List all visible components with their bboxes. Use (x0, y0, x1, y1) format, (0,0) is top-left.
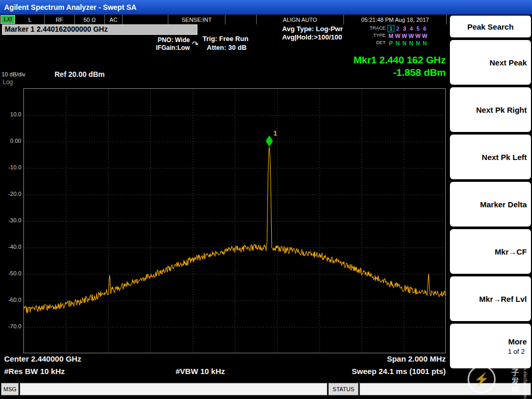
trace-dets: PNNNNN (388, 38, 428, 47)
softkey-label: Marker Delta (480, 200, 527, 209)
trace-flag: N (415, 40, 421, 46)
y-axis-label: -40.0 (0, 244, 21, 250)
trace-flag: N (421, 40, 428, 46)
softkey-mkr-ref-lvl[interactable]: Mkr→Ref Lvl (450, 276, 531, 321)
softkey-label: Mkr→Ref Lvl (479, 295, 527, 303)
y-axis-label: -70.0 (0, 323, 21, 329)
spectrum-svg: 1 (24, 89, 446, 354)
y-axis-label: -30.0 (0, 217, 21, 223)
trace-flag: N (394, 40, 401, 46)
status-cell-7: ALIGN AUTO (257, 15, 344, 24)
softkey-marker-delta[interactable]: Marker Delta (450, 182, 531, 227)
status-cell-6 (225, 15, 257, 24)
status-bar: LXI LRF50 ΩACSENSE:INTALIGN AUTO05:21:48… (0, 15, 447, 24)
y-axis-label: -10.0 (0, 164, 21, 170)
avg-type-label: Avg Type: Log-Pwr (282, 25, 343, 33)
status-cell-4 (123, 15, 168, 24)
scale-per-div-label: 10 dB/div (2, 71, 25, 77)
vbw-label: #VBW 10 kHz (176, 367, 225, 376)
status-cell-1: RF (45, 15, 75, 24)
msg-field (20, 383, 327, 395)
trace-table: TRACE 123456 TYPE MWWWWW DET PNNNNN (367, 24, 447, 46)
softkey-list: Next PeakNext Pk RightNext Pk LeftMarker… (450, 40, 531, 371)
lxi-badge: LXI (1, 15, 15, 24)
softkey-label: Next Pk Left (482, 153, 527, 162)
trigger-settings: Trig: Free Run Atten: 30 dB (203, 34, 248, 52)
softkey-label: More (508, 337, 527, 346)
softkey-next-peak[interactable]: Next Peak (450, 40, 531, 85)
softkey-label: Mkr→CF (495, 247, 527, 256)
y-axis-label: 10.0 (0, 111, 21, 117)
softkey-menu-header: Peak Search (450, 16, 531, 37)
trace-flag: P (388, 40, 394, 46)
marker-ampl-readout: -1.858 dBm (208, 66, 446, 79)
trace-row-label: TRACE (367, 25, 388, 31)
softkey-label: Next Peak (489, 58, 527, 67)
marker-title-box: Marker 1 2.440162000000 GHz (2, 24, 197, 35)
res-bw-label: #Res BW 10 kHz (4, 367, 65, 376)
status-cell-3: AC (105, 15, 123, 24)
y-axis-label: -50.0 (0, 270, 21, 276)
span-label: Span 2.000 MHz (387, 354, 446, 363)
softkey-sub-label: 1 of 2 (508, 348, 527, 355)
status-field (360, 383, 531, 395)
ifgain-label: IFGain:Low (156, 44, 190, 52)
window-title: Agilent Spectrum Analyzer - Swept SA (4, 3, 137, 11)
msg-label: MSG (1, 383, 19, 395)
y-axis-label: -60.0 (0, 297, 21, 303)
auto-coupled-loop-icon: ↷ (192, 39, 198, 49)
marker-readout: Mkr1 2.440 162 GHz -1.858 dBm (208, 54, 446, 79)
ref-level-label: Ref 20.00 dBm (55, 70, 104, 78)
trace-flag: N (408, 40, 415, 46)
status-cell-0: L (16, 15, 45, 24)
center-freq-label: Center 2.440000 GHz (4, 354, 81, 363)
status-cell-2: 50 Ω (75, 15, 105, 24)
trig-label: Trig: Free Run (203, 34, 248, 43)
trace-flag: N (401, 40, 408, 46)
pno-label: PNO: Wide (156, 36, 190, 44)
status-cells: LRF50 ΩACSENSE:INTALIGN AUTO05:21:48 PM … (16, 15, 447, 24)
type-row-label: TYPE (367, 33, 388, 38)
spectrum-display: 1 (23, 88, 446, 353)
atten-label: Atten: 30 dB (203, 43, 248, 52)
avg-hold-label: Avg|Hold:>100/100 (282, 33, 343, 42)
det-row-label: DET (367, 40, 388, 45)
softkey-more[interactable]: More1 of 2 (450, 324, 531, 368)
marker-freq-readout: Mkr1 2.440 162 GHz (208, 54, 446, 66)
status-footer: MSG STATUS (0, 382, 532, 396)
log-mode-label: Log (3, 78, 13, 86)
average-settings: Avg Type: Log-Pwr Avg|Hold:>100/100 (282, 25, 343, 42)
pno-settings: PNO: Wide IFGain:Low ↷ (99, 36, 198, 52)
status-cell-5: SENSE:INT (168, 15, 225, 24)
softkey-next-pk-right[interactable]: Next Pk Right (450, 87, 531, 132)
marker-number-label: 1 (273, 129, 277, 137)
window-title-bar: Agilent Spectrum Analyzer - Swept SA (0, 0, 532, 15)
sweep-label: Sweep 24.1 ms (1001 pts) (352, 367, 446, 376)
y-axis-label: -20.0 (0, 191, 21, 197)
y-axis-label: 0.00 (0, 138, 21, 144)
marker-diamond-icon (265, 135, 273, 147)
softkey-label: Next Pk Right (476, 105, 527, 114)
softkey-next-pk-left[interactable]: Next Pk Left (450, 135, 531, 179)
status-label: STATUS (328, 383, 358, 395)
softkey-mkr-cf[interactable]: Mkr→CF (450, 229, 531, 274)
